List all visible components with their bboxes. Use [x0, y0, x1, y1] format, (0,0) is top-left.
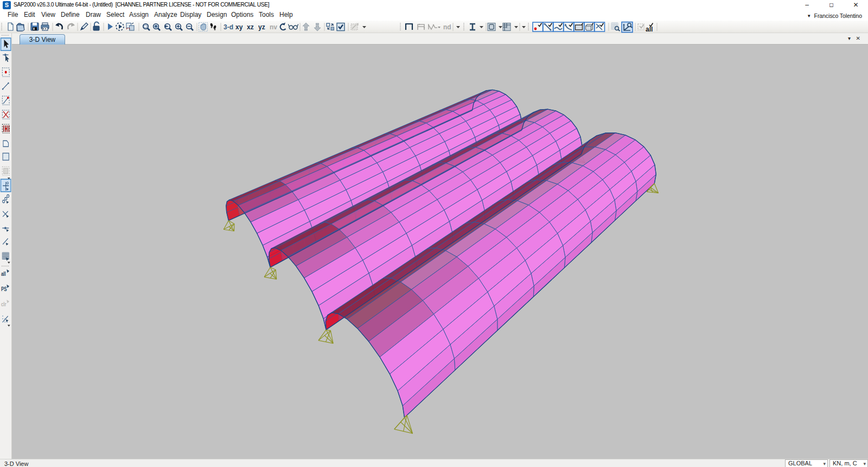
svg-text:nv: nv	[270, 23, 277, 31]
svg-text:3-d: 3-d	[224, 23, 233, 31]
svg-text:xz: xz	[247, 23, 254, 31]
svg-text:all: all	[646, 26, 653, 33]
svg-text:PS: PS	[1, 286, 7, 292]
svg-text:all: all	[1, 271, 6, 277]
svg-text:nd: nd	[443, 23, 451, 31]
svg-text:clr: clr	[1, 301, 7, 307]
svg-text:yz: yz	[258, 23, 265, 31]
svg-text:xy: xy	[235, 23, 243, 31]
